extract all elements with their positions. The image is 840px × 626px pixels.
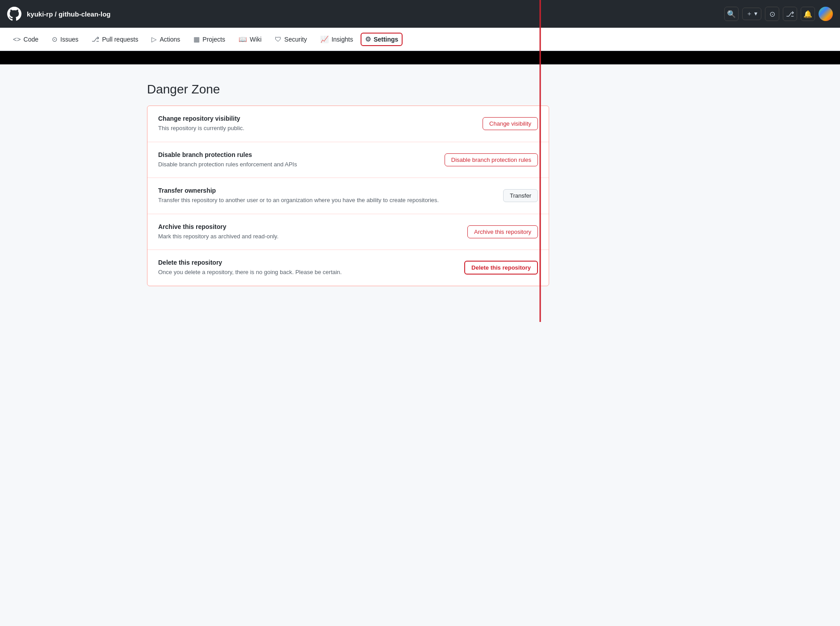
create-button[interactable]: ＋ ▾	[742, 8, 761, 20]
repo-path: kyuki-rp / github-clean-log	[27, 10, 111, 18]
nav-item-settings[interactable]: ⚙ Settings	[361, 33, 403, 46]
main-content: Danger Zone Change repository visibility…	[136, 64, 704, 322]
archive-title: Archive this repository	[158, 223, 458, 230]
delete-title: Delete this repository	[158, 259, 455, 266]
settings-icon: ⚙	[365, 35, 371, 43]
branch-protection-desc: Disable branch protection rules enforcem…	[158, 160, 436, 169]
nav-item-projects[interactable]: ▦ Projects	[188, 31, 231, 47]
nav-label-wiki: Wiki	[250, 36, 261, 43]
nav-label-insights: Insights	[332, 36, 353, 43]
change-visibility-button[interactable]: Change visibility	[483, 117, 538, 130]
projects-icon: ▦	[193, 35, 200, 43]
delete-desc: Once you delete a repository, there is n…	[158, 268, 455, 277]
transfer-button[interactable]: Transfer	[503, 189, 538, 202]
repo-name[interactable]: github-clean-log	[59, 10, 111, 18]
nav-item-actions[interactable]: ▷ Actions	[146, 31, 186, 47]
nav-label-projects: Projects	[202, 36, 225, 43]
repo-nav: <> Code ⊙ Issues ⎇ Pull requests ▷ Actio…	[0, 28, 840, 51]
nav-label-security: Security	[284, 36, 307, 43]
nav-item-code[interactable]: <> Code	[7, 31, 44, 47]
annotation-container: Change repository visibility This reposi…	[147, 106, 549, 286]
delete-repository-button[interactable]: Delete this repository	[464, 261, 538, 275]
github-header: kyuki-rp / github-clean-log 🔍 ＋ ▾ ⊙ ⎇ 🔔	[0, 0, 840, 28]
danger-row-transfer: Transfer ownership Transfer this reposit…	[147, 178, 549, 214]
avatar[interactable]	[819, 7, 833, 21]
insights-icon: 📈	[320, 35, 329, 43]
visibility-title: Change repository visibility	[158, 115, 474, 122]
danger-row-visibility: Change repository visibility This reposi…	[147, 106, 549, 142]
header-icons: 🔍 ＋ ▾ ⊙ ⎇ 🔔	[724, 7, 833, 21]
archive-desc: Mark this repository as archived and rea…	[158, 232, 458, 241]
transfer-desc: Transfer this repository to another user…	[158, 196, 494, 205]
wiki-icon: 📖	[239, 35, 247, 43]
issues-icon: ⊙	[52, 35, 58, 43]
nav-item-insights[interactable]: 📈 Insights	[315, 31, 359, 47]
actions-icon: ▷	[151, 35, 157, 43]
transfer-title: Transfer ownership	[158, 187, 494, 194]
danger-zone-title: Danger Zone	[147, 82, 693, 97]
disable-branch-protection-button[interactable]: Disable branch protection rules	[445, 153, 538, 166]
nav-label-code: Code	[24, 36, 38, 43]
github-logo	[7, 7, 21, 21]
nav-label-actions: Actions	[160, 36, 180, 43]
branch-protection-title: Disable branch protection rules	[158, 151, 436, 158]
black-banner	[0, 51, 840, 64]
search-button[interactable]: 🔍	[724, 7, 739, 21]
danger-row-archive: Archive this repository Mark this reposi…	[147, 214, 549, 250]
archive-button[interactable]: Archive this repository	[467, 225, 538, 238]
nav-item-wiki[interactable]: 📖 Wiki	[233, 31, 267, 47]
nav-item-issues[interactable]: ⊙ Issues	[46, 31, 84, 47]
issues-icon-btn[interactable]: ⊙	[765, 7, 779, 21]
nav-label-settings: Settings	[374, 36, 398, 43]
danger-row-delete: Delete this repository Once you delete a…	[147, 250, 549, 286]
security-icon: 🛡	[275, 35, 281, 43]
danger-zone-box: Change repository visibility This reposi…	[147, 106, 549, 286]
nav-label-issues: Issues	[60, 36, 78, 43]
repo-user[interactable]: kyuki-rp	[27, 10, 53, 18]
pull-requests-icon-btn[interactable]: ⎇	[783, 7, 797, 21]
visibility-desc: This repository is currently public.	[158, 124, 474, 133]
nav-item-pull-requests[interactable]: ⎇ Pull requests	[86, 31, 144, 47]
nav-item-security[interactable]: 🛡 Security	[269, 31, 313, 47]
pull-requests-icon: ⎇	[92, 35, 99, 43]
nav-label-pull-requests: Pull requests	[102, 36, 138, 43]
danger-row-branch-protection: Disable branch protection rules Disable …	[147, 142, 549, 178]
code-icon: <>	[13, 35, 21, 43]
page-wrapper: kyuki-rp / github-clean-log 🔍 ＋ ▾ ⊙ ⎇ 🔔 …	[0, 0, 840, 322]
notifications-btn[interactable]: 🔔	[801, 7, 815, 21]
